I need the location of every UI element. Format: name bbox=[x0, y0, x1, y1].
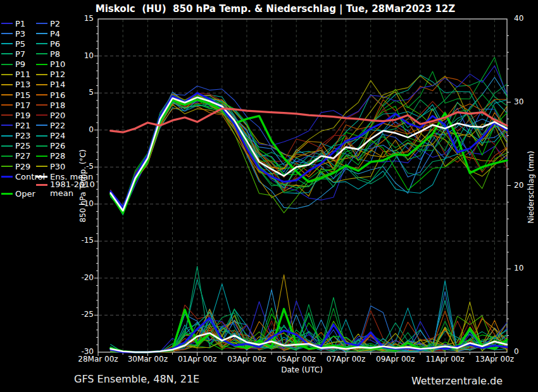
legend-member-label: P13 bbox=[15, 80, 30, 89]
legend-item-p29: P29 bbox=[1, 161, 36, 171]
member-line-swatch bbox=[36, 114, 47, 116]
legend-member-label: P29 bbox=[15, 162, 30, 171]
legend-member-label: P6 bbox=[50, 39, 60, 49]
legend-item-p20: P20 bbox=[36, 110, 71, 120]
legend-item-p26: P26 bbox=[36, 141, 71, 151]
legend-item-p2: P2 bbox=[36, 18, 71, 28]
legend-item-p30: P30 bbox=[36, 161, 71, 171]
y-left-tick-label: 5 bbox=[68, 88, 94, 97]
legend-item-p18: P18 bbox=[36, 100, 71, 110]
member-temp-line-p11 bbox=[111, 76, 507, 212]
member-line-swatch bbox=[36, 166, 47, 167]
legend-item-p8: P8 bbox=[36, 49, 71, 59]
legend-member-label: P18 bbox=[50, 101, 65, 110]
legend-item-p24: P24 bbox=[36, 131, 71, 141]
member-line-swatch bbox=[1, 104, 13, 106]
member-temp-line-p1 bbox=[111, 97, 507, 212]
footer-model-info: GFS Ensemble, 48N, 21E bbox=[74, 373, 199, 385]
footer-site-name: Wetterzentrale.de bbox=[411, 375, 503, 387]
x-tick-label: 30Mar 00z bbox=[122, 355, 173, 364]
legend-item-p16: P16 bbox=[36, 90, 71, 100]
x-tick-label: 03Apr 00z bbox=[222, 355, 272, 364]
legend-item-p7: P7 bbox=[1, 49, 36, 59]
x-tick-label: 28Mar 00z bbox=[73, 355, 123, 364]
y-right-tick-label: 10 bbox=[514, 264, 538, 273]
member-precip-line-p5 bbox=[111, 281, 507, 352]
legend-item-p12: P12 bbox=[36, 70, 71, 80]
member-line-swatch bbox=[1, 64, 13, 65]
member-line-swatch bbox=[1, 94, 13, 95]
legend-item-p4: P4 bbox=[36, 28, 71, 39]
x-tick-label: 01Apr 00z bbox=[172, 355, 223, 364]
member-line-swatch bbox=[1, 125, 13, 126]
y-right-tick-label: 40 bbox=[514, 14, 538, 23]
control-line-swatch bbox=[1, 176, 13, 178]
legend-member-label: P10 bbox=[50, 59, 65, 69]
legend-item-p25: P25 bbox=[1, 141, 36, 151]
member-line-swatch bbox=[1, 43, 13, 44]
member-line-swatch bbox=[36, 33, 47, 34]
member-line-swatch bbox=[36, 53, 47, 54]
legend-member-label: P26 bbox=[50, 141, 65, 150]
chart-title: Miskolc (HU) 850 hPa Temp. & Niederschla… bbox=[76, 3, 475, 15]
legend-member-label: P22 bbox=[50, 121, 65, 130]
legend-members: P1P2P3P4P5P6P7P8P9P10P11P12P13P14P15P16P… bbox=[1, 18, 71, 171]
member-line-swatch bbox=[36, 43, 47, 44]
member-line-swatch bbox=[36, 84, 47, 85]
legend-member-label: P28 bbox=[50, 151, 65, 161]
member-line-swatch bbox=[1, 33, 13, 34]
y-left-axis-title: 850 hPa Temp. (°C) bbox=[78, 149, 87, 223]
x-tick-label: 09Apr 00z bbox=[370, 355, 421, 364]
y-left-tick-label: -25 bbox=[68, 310, 94, 319]
clim-mean-line-swatch bbox=[36, 184, 47, 186]
member-line-swatch bbox=[36, 104, 47, 106]
legend-member-label: P14 bbox=[50, 80, 65, 89]
legend-member-label: P24 bbox=[50, 131, 65, 140]
member-temp-line-p21 bbox=[111, 66, 507, 206]
legend-member-label: P15 bbox=[15, 90, 30, 100]
member-line-swatch bbox=[1, 23, 13, 24]
legend-item-p11: P11 bbox=[1, 70, 36, 80]
legend-member-label: P11 bbox=[15, 70, 30, 79]
legend-item-p23: P23 bbox=[1, 131, 36, 141]
member-line-swatch bbox=[36, 64, 47, 65]
member-line-swatch bbox=[1, 156, 13, 157]
x-tick-label: 11Apr 00z bbox=[420, 355, 470, 364]
y-left-tick-label: 15 bbox=[68, 14, 94, 23]
y-left-tick-label: 10 bbox=[68, 51, 94, 60]
legend-item-p15: P15 bbox=[1, 90, 36, 100]
legend-item-p22: P22 bbox=[36, 120, 71, 130]
y-left-tick-label: -15 bbox=[68, 236, 94, 245]
member-line-swatch bbox=[1, 74, 13, 75]
legend-member-label: P9 bbox=[15, 59, 25, 69]
legend-member-label: P7 bbox=[15, 49, 25, 59]
oper-line-swatch bbox=[1, 193, 13, 195]
legend-member-label: P2 bbox=[50, 19, 60, 28]
legend-member-label: P21 bbox=[15, 121, 30, 130]
legend-member-label: P3 bbox=[15, 29, 25, 39]
member-line-swatch bbox=[36, 94, 47, 95]
legend-item-p1: P1 bbox=[1, 18, 36, 28]
legend-member-label: P17 bbox=[15, 101, 30, 110]
ens-mean-line-swatch bbox=[36, 176, 47, 178]
member-line-swatch bbox=[1, 145, 13, 147]
legend-member-label: P1 bbox=[15, 19, 25, 28]
y-left-tick-label: -20 bbox=[68, 273, 94, 282]
x-tick-label: 05Apr 00z bbox=[271, 355, 322, 364]
x-axis-title: Date (UTC) bbox=[277, 365, 327, 374]
member-temp-line-p6 bbox=[111, 75, 507, 212]
y-right-tick-label: 20 bbox=[514, 181, 538, 190]
legend-member-label: P25 bbox=[15, 141, 30, 150]
legend-item-p9: P9 bbox=[1, 59, 36, 70]
x-tick-label: 07Apr 00z bbox=[321, 355, 372, 364]
meteogram-page: Miskolc (HU) 850 hPa Temp. & Niederschla… bbox=[0, 0, 538, 392]
member-line-swatch bbox=[1, 135, 13, 137]
legend-member-label: P23 bbox=[15, 131, 30, 140]
legend-item-p10: P10 bbox=[36, 59, 71, 70]
y-left-tick-label: 0 bbox=[68, 125, 94, 134]
member-line-swatch bbox=[36, 156, 47, 157]
member-line-swatch bbox=[36, 125, 47, 126]
legend-item-p3: P3 bbox=[1, 28, 36, 39]
member-line-swatch bbox=[1, 166, 13, 167]
legend-item-p28: P28 bbox=[36, 151, 71, 161]
